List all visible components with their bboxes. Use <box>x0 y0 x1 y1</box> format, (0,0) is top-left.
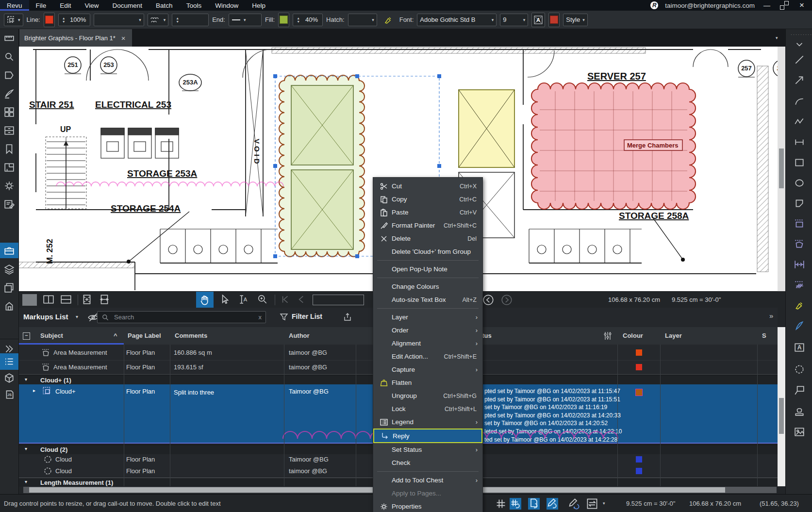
previous-view-icon[interactable] <box>482 294 495 306</box>
column-settings-icon[interactable] <box>603 331 612 341</box>
sort-ascending-icon[interactable]: ^ <box>114 332 117 339</box>
markups-search-box[interactable]: x <box>97 311 266 323</box>
line-opacity-value[interactable]: 100% <box>69 16 87 23</box>
selection-tool-dropdown[interactable]: ▾ <box>4 14 23 26</box>
row-colour-swatch[interactable] <box>636 389 642 396</box>
toolbar-drag-handle[interactable]: ·········· <box>791 32 812 37</box>
menu-help[interactable]: Help <box>245 0 272 11</box>
menu-item-delete-from-group[interactable]: Delete 'Cloud+' from Group <box>373 245 482 258</box>
measure-panel-icon[interactable] <box>4 33 15 44</box>
first-page-icon[interactable] <box>280 294 292 306</box>
stepper-arrows-icon[interactable]: ▲▼ <box>61 17 66 23</box>
row-colour-swatch[interactable] <box>636 349 642 356</box>
menu-item-ungroup[interactable]: UngroupCtrl+Shift+G <box>373 389 482 402</box>
highlight-tool-icon[interactable] <box>794 300 805 311</box>
fill-opacity-stepper[interactable]: ▲▼ 40% <box>293 14 323 26</box>
group-collapse-caret[interactable]: ▾ <box>25 446 27 451</box>
menu-item-edit-action[interactable]: Edit Action...Ctrl+Shift+E <box>373 350 482 363</box>
table-vertical-scrollbar[interactable] <box>778 327 785 486</box>
style-label[interactable]: Style <box>566 16 580 23</box>
menu-item-layer[interactable]: Layer› <box>373 311 482 324</box>
collapse-all-icon[interactable]: − <box>23 332 30 340</box>
fill-opacity-value[interactable]: 40% <box>303 16 320 23</box>
fit-page-icon[interactable] <box>82 294 94 306</box>
expand-panels-icon[interactable] <box>4 344 15 354</box>
tab-close-icon[interactable]: × <box>121 34 126 42</box>
menu-item-order[interactable]: Order› <box>373 324 482 337</box>
bookmarks-panel-icon[interactable] <box>4 144 15 154</box>
column-colour[interactable]: Colour <box>623 332 643 339</box>
filter-list-button[interactable]: Filter List <box>292 313 322 320</box>
font-size-value[interactable]: 9 <box>503 16 520 23</box>
zoom-tool-icon[interactable] <box>257 294 270 306</box>
snap-to-markup-icon[interactable] <box>547 498 558 510</box>
line-style-dropdown[interactable]: ▾ <box>94 14 144 26</box>
arc-tool-icon[interactable] <box>794 96 805 107</box>
menu-file[interactable]: File <box>29 0 53 11</box>
grid-toggle-icon[interactable] <box>495 498 507 510</box>
row-colour-swatch[interactable] <box>636 364 642 370</box>
menu-batch[interactable]: Batch <box>149 0 180 11</box>
menu-item-properties[interactable]: Properties <box>373 500 482 512</box>
settings-panel-icon[interactable] <box>4 181 15 191</box>
menu-item-check[interactable]: Check <box>373 456 482 469</box>
panel-expand-chevrons[interactable]: » <box>769 312 772 320</box>
markups-list-title[interactable]: Markups List <box>23 313 68 321</box>
measure-length-tool-icon[interactable] <box>794 259 805 270</box>
menu-item-alignment[interactable]: Alignment› <box>373 337 482 350</box>
polygon-tool-icon[interactable] <box>794 198 805 209</box>
autosize-text-toggle[interactable]: A <box>531 13 545 27</box>
snap-to-grid-icon[interactable] <box>510 498 521 510</box>
text-select-tool-icon[interactable]: A <box>238 294 250 306</box>
measure-area-tool-icon[interactable] <box>794 239 805 249</box>
menu-item-open-popup-note[interactable]: Open Pop-Up Note <box>373 263 482 276</box>
measure-count-tool-icon[interactable] <box>794 280 805 290</box>
menu-item-reply[interactable]: Reply <box>373 429 482 443</box>
search-panel-icon[interactable] <box>4 51 15 62</box>
spaces-panel-icon[interactable] <box>4 162 15 173</box>
column-layer[interactable]: Layer <box>665 332 682 339</box>
highlighter-toggle[interactable] <box>381 14 396 26</box>
line-end-dropdown[interactable]: ▾ <box>229 14 262 26</box>
line-tool-icon[interactable] <box>794 54 805 65</box>
canvas-vertical-scrollbar[interactable] <box>778 47 785 291</box>
split-vertical-icon[interactable] <box>43 294 55 306</box>
split-horizontal-icon[interactable] <box>60 294 73 306</box>
pan-tool-icon[interactable] <box>199 294 211 306</box>
stamp-tool-icon[interactable] <box>794 406 805 416</box>
menu-document[interactable]: Document <box>106 0 149 11</box>
column-space[interactable]: S <box>762 332 766 339</box>
callout-tool-icon[interactable] <box>794 385 805 396</box>
ellipse-tool-icon[interactable] <box>794 178 805 188</box>
measure-rectangle-tool-icon[interactable] <box>794 218 805 229</box>
markups-list-chevron-icon[interactable]: ▾ <box>76 314 78 319</box>
line-color-swatch[interactable] <box>44 13 55 27</box>
menu-item-paste[interactable]: PasteCtrl+V <box>373 206 482 219</box>
line-opacity-stepper[interactable]: ▲▼ 100% <box>58 14 90 26</box>
sets-panel-icon[interactable] <box>4 282 15 293</box>
font-color-swatch[interactable] <box>548 13 560 27</box>
tool-chest-panel-icon[interactable] <box>0 243 18 258</box>
file-access-panel-icon[interactable] <box>4 125 15 136</box>
previous-page-icon[interactable] <box>296 294 309 306</box>
font-size-dropdown[interactable]: 9 ▾ <box>500 14 528 26</box>
filter-icon[interactable] <box>279 312 289 322</box>
menu-item-change-colours[interactable]: Change Colours <box>373 280 482 293</box>
menu-item-flatten[interactable]: Flatten <box>373 376 482 389</box>
sync-views-icon[interactable] <box>568 498 580 510</box>
row-expand-caret[interactable]: ▸ <box>33 388 35 393</box>
menu-item-delete[interactable]: DeleteDel <box>373 232 482 245</box>
select-tool-icon[interactable] <box>219 294 232 306</box>
snap-to-content-icon[interactable] <box>528 498 540 510</box>
menu-item-set-status[interactable]: Set Status› <box>373 443 482 456</box>
menu-item-capture[interactable]: Capture› <box>373 363 482 376</box>
markups-list-panel-icon[interactable] <box>0 353 18 370</box>
menu-item-autosize-text-box[interactable]: Auto-size Text BoxAlt+Z <box>373 293 482 306</box>
column-comments[interactable]: Comments <box>175 332 207 339</box>
menu-item-lock[interactable]: LockCtrl+Shift+L <box>373 402 482 415</box>
menu-item-cut[interactable]: CutCtrl+X <box>373 180 482 193</box>
font-dropdown[interactable]: Adobe Gothic Std B ▾ <box>417 14 497 26</box>
pen-tool-icon[interactable] <box>794 320 805 331</box>
collapse-toolbar-chevron-icon[interactable] <box>794 39 805 50</box>
arrow-tool-icon[interactable] <box>794 75 805 85</box>
